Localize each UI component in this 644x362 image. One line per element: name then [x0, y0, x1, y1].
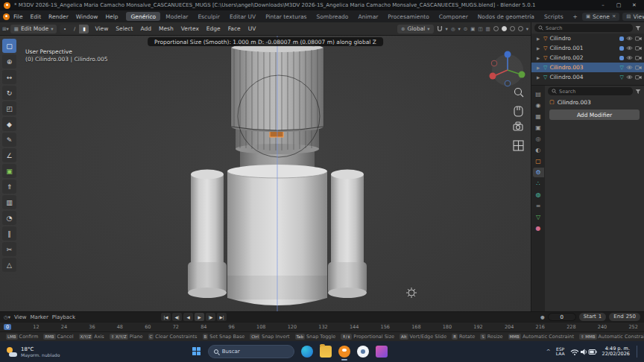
tab-modifiers[interactable]: ⚙ — [533, 168, 544, 177]
shading-dropdown-icon[interactable]: ▾ — [526, 26, 528, 32]
menu-file[interactable]: File — [10, 13, 27, 21]
gizmo-x-neg[interactable] — [491, 60, 497, 66]
editor-type-icon[interactable]: ⊞▾ — [2, 26, 9, 32]
maximize-button[interactable]: ▢ — [613, 2, 625, 8]
expand-caret-icon[interactable]: ▶ — [537, 66, 541, 70]
xray-toggle-icon[interactable]: ▥ — [486, 26, 490, 32]
face-select-button[interactable]: ▮ — [79, 25, 89, 34]
hide-eye-icon[interactable] — [626, 45, 633, 51]
timeline-menu-marker[interactable]: Marker — [31, 314, 48, 320]
mode-selector[interactable]: ▦ Edit Mode ▾ — [10, 25, 57, 34]
frame-start-field[interactable]: Start 1 — [579, 313, 607, 321]
jump-to-end-button[interactable]: ▶| — [217, 313, 227, 321]
viewport-menu-vertex[interactable]: Vertex — [178, 25, 202, 33]
snap-dropdown-icon[interactable]: ▾ — [446, 26, 448, 32]
tool-measure[interactable]: ∠ — [2, 148, 16, 162]
tab-constraints[interactable]: ≡ — [533, 201, 544, 211]
hide-eye-icon[interactable] — [626, 74, 633, 80]
viewport-menu-view[interactable]: View — [92, 25, 111, 33]
hide-eye-icon[interactable] — [626, 55, 633, 60]
light-object-gizmo[interactable] — [406, 288, 417, 298]
viewport-3d[interactable]: Proportional Size (Smooth): 1.000 m D: -… — [0, 36, 531, 311]
tray-status-icons[interactable] — [570, 348, 597, 356]
tool-select-box[interactable]: ▢ — [2, 39, 16, 53]
outliner-item-cilindro-004[interactable]: ▶ ▽ Cilindro.004 ▽ — [531, 72, 644, 82]
menu-window[interactable]: Window — [72, 13, 102, 21]
gizmo-y-axis[interactable] — [519, 72, 525, 78]
tool-knife[interactable]: ✂ — [2, 242, 16, 256]
tool-loop-cut[interactable]: ∥ — [2, 226, 16, 241]
paint-app-icon[interactable] — [357, 346, 369, 358]
workspace-tab-animar[interactable]: Animar — [353, 12, 382, 21]
camera-view-icon[interactable] — [514, 122, 523, 130]
viewport-menu-select[interactable]: Select — [113, 25, 136, 33]
tool-cursor[interactable]: ⊕ — [2, 54, 16, 69]
show-desktop-button[interactable] — [637, 346, 638, 358]
workspace-tab-scripts[interactable]: Scripts — [540, 12, 568, 21]
proportional-dropdown-icon[interactable]: ▾ — [458, 26, 461, 32]
timeline-menu-view[interactable]: View — [14, 314, 27, 320]
photos-app-icon[interactable] — [376, 346, 388, 358]
expand-caret-icon[interactable]: ▶ — [537, 75, 541, 80]
tab-particles[interactable]: ∴ — [533, 179, 544, 188]
workspace-tab-editar-uv[interactable]: Editar UV — [225, 12, 260, 21]
close-button[interactable]: ✕ — [628, 2, 640, 8]
viewport-menu-add[interactable]: Add — [137, 25, 154, 33]
taskbar-search-input[interactable]: Buscar — [208, 345, 294, 358]
tool-extrude-region[interactable]: ⇑ — [2, 180, 16, 194]
tab-physics[interactable]: ◍ — [533, 190, 544, 200]
tab-view-layer[interactable]: ▣ — [533, 123, 544, 133]
overlays-icon[interactable]: ◫ — [478, 26, 482, 32]
tab-object[interactable]: ▢ — [533, 156, 544, 166]
start-button[interactable] — [192, 347, 201, 356]
viewlayer-selector[interactable]: ▤ ViewLayer ✕ — [622, 13, 644, 21]
tab-world[interactable]: ◐ — [533, 145, 544, 155]
workspace-tab-sombreado[interactable]: Sombreado — [312, 12, 353, 21]
workspace-tab-modelar[interactable]: Modelar — [161, 12, 192, 21]
outliner-item-cilindro-001[interactable]: ▶ ▽ Cilindro.001 — [531, 43, 644, 53]
play-reverse-button[interactable]: ◀ — [183, 313, 193, 321]
menu-edit[interactable]: Edit — [27, 13, 45, 21]
gizmo-z-axis[interactable] — [505, 51, 511, 58]
minimize-button[interactable]: – — [597, 2, 609, 8]
shading-solid-button[interactable] — [502, 26, 507, 31]
gizmo-x-axis[interactable] — [490, 73, 496, 80]
snap-magnet-icon[interactable] — [437, 25, 443, 32]
outliner-item-cilindro-003-active[interactable]: ▶ ▽ Cilindro.003 ▽ — [531, 63, 644, 72]
shading-wireframe-button[interactable] — [493, 26, 499, 31]
properties-search-input[interactable]: Search — [548, 87, 633, 95]
tool-bevel[interactable]: ◔ — [2, 211, 16, 225]
add-workspace-button[interactable]: + — [569, 12, 582, 21]
tab-tool[interactable]: ▤ — [533, 89, 544, 99]
tab-render[interactable]: ◉ — [533, 101, 544, 110]
tool-transform[interactable]: ◆ — [2, 117, 16, 131]
vertex-select-button[interactable]: ∙ — [60, 25, 69, 34]
outliner-search-input[interactable]: Search — [534, 24, 633, 32]
pivot-point-icon[interactable]: ⊙ — [464, 26, 467, 32]
language-indicator[interactable]: ESP LAA — [556, 347, 565, 357]
filter-icon[interactable] — [635, 25, 641, 31]
gizmo-z-neg[interactable] — [505, 80, 511, 86]
outliner-item-cilindro-002[interactable]: ▶ ▽ Cilindro.002 — [531, 53, 644, 63]
tab-output[interactable]: ▦ — [533, 112, 544, 121]
play-button[interactable]: ▶ — [195, 313, 204, 321]
expand-caret-icon[interactable]: ▶ — [537, 56, 541, 60]
tab-scene[interactable]: ◎ — [533, 134, 544, 144]
shading-rendered-button[interactable] — [518, 26, 523, 31]
viewport-menu-mesh[interactable]: Mesh — [156, 25, 177, 33]
workspace-tab-generico[interactable]: Genérico — [126, 12, 160, 21]
tool-add-cube[interactable]: ▣ — [2, 164, 16, 178]
jump-to-start-button[interactable]: |◀ — [161, 313, 171, 321]
toggle-perspective-grid-icon[interactable] — [514, 141, 523, 150]
next-keyframe-button[interactable]: |▶ — [206, 313, 215, 321]
viewport-menu-edge[interactable]: Edge — [203, 25, 224, 33]
file-explorer-icon[interactable] — [320, 346, 332, 358]
disable-render-camera-icon[interactable] — [635, 74, 642, 80]
add-modifier-button[interactable]: Add Modifier — [549, 109, 640, 120]
unlink-scene-icon[interactable]: ✕ — [612, 13, 616, 19]
timeline-menu-playback[interactable]: Playback — [52, 314, 75, 320]
disable-render-camera-icon[interactable] — [635, 55, 642, 60]
menu-help[interactable]: Help — [101, 13, 121, 21]
tab-material[interactable]: ● — [533, 223, 544, 233]
playhead-frame[interactable]: 0 — [4, 324, 11, 330]
